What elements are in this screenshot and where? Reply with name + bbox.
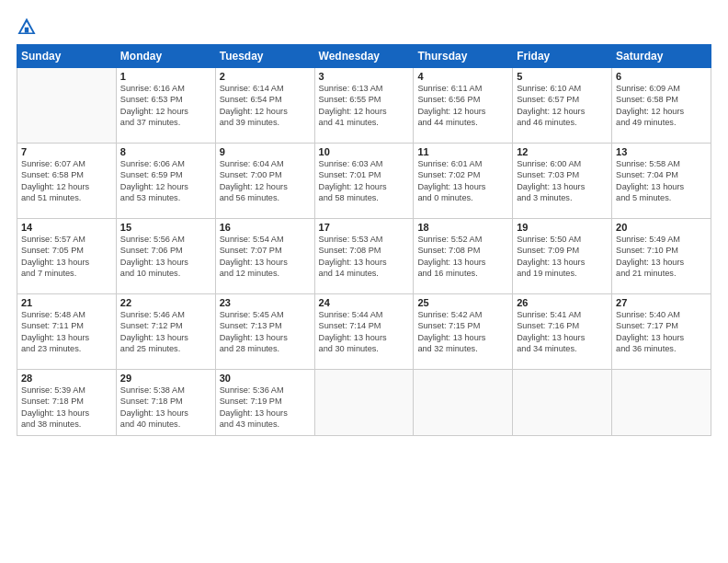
svg-rect-2 <box>25 28 28 33</box>
cell-content: Sunrise: 5:58 AM Sunset: 7:04 PM Dayligh… <box>616 158 707 204</box>
day-number: 18 <box>417 222 508 233</box>
calendar-cell: 2Sunrise: 6:14 AM Sunset: 6:54 PM Daylig… <box>215 68 314 144</box>
calendar-cell: 15Sunrise: 5:56 AM Sunset: 7:06 PM Dayli… <box>116 219 215 294</box>
day-number: 24 <box>319 297 410 308</box>
calendar-cell: 12Sunrise: 6:00 AM Sunset: 7:03 PM Dayli… <box>513 144 612 219</box>
calendar-cell: 14Sunrise: 5:57 AM Sunset: 7:05 PM Dayli… <box>17 219 117 294</box>
calendar-cell <box>612 370 711 436</box>
day-number: 4 <box>417 71 508 82</box>
calendar-day-header: Thursday <box>414 45 513 68</box>
cell-content: Sunrise: 5:38 AM Sunset: 7:18 PM Dayligh… <box>120 385 211 431</box>
calendar-cell: 28Sunrise: 5:39 AM Sunset: 7:18 PM Dayli… <box>17 370 117 436</box>
day-number: 23 <box>220 297 311 308</box>
calendar-day-header: Saturday <box>612 45 711 68</box>
cell-content: Sunrise: 5:46 AM Sunset: 7:12 PM Dayligh… <box>120 309 211 355</box>
day-number: 6 <box>616 71 707 82</box>
calendar-cell: 22Sunrise: 5:46 AM Sunset: 7:12 PM Dayli… <box>116 294 215 370</box>
calendar-cell <box>17 68 117 144</box>
calendar-cell <box>414 370 513 436</box>
day-number: 2 <box>220 71 311 82</box>
calendar-week-row: 1Sunrise: 6:16 AM Sunset: 6:53 PM Daylig… <box>17 68 711 144</box>
calendar-cell: 1Sunrise: 6:16 AM Sunset: 6:53 PM Daylig… <box>116 68 215 144</box>
calendar-cell: 16Sunrise: 5:54 AM Sunset: 7:07 PM Dayli… <box>215 219 314 294</box>
day-number: 28 <box>21 373 112 384</box>
calendar-cell: 5Sunrise: 6:10 AM Sunset: 6:57 PM Daylig… <box>513 68 612 144</box>
day-number: 10 <box>319 146 410 157</box>
cell-content: Sunrise: 6:03 AM Sunset: 7:01 PM Dayligh… <box>319 158 410 204</box>
logo <box>17 17 40 37</box>
calendar-cell: 26Sunrise: 5:41 AM Sunset: 7:16 PM Dayli… <box>513 294 612 370</box>
calendar-cell: 9Sunrise: 6:04 AM Sunset: 7:00 PM Daylig… <box>215 144 314 219</box>
day-number: 30 <box>220 373 311 384</box>
calendar-day-header: Monday <box>116 45 215 68</box>
calendar-week-row: 14Sunrise: 5:57 AM Sunset: 7:05 PM Dayli… <box>17 219 711 294</box>
calendar-cell: 30Sunrise: 5:36 AM Sunset: 7:19 PM Dayli… <box>215 370 314 436</box>
calendar-cell: 13Sunrise: 5:58 AM Sunset: 7:04 PM Dayli… <box>612 144 711 219</box>
cell-content: Sunrise: 6:10 AM Sunset: 6:57 PM Dayligh… <box>517 83 608 129</box>
day-number: 26 <box>517 297 608 308</box>
cell-content: Sunrise: 5:52 AM Sunset: 7:08 PM Dayligh… <box>417 234 508 280</box>
day-number: 25 <box>417 297 508 308</box>
calendar-week-row: 21Sunrise: 5:48 AM Sunset: 7:11 PM Dayli… <box>17 294 711 370</box>
cell-content: Sunrise: 5:45 AM Sunset: 7:13 PM Dayligh… <box>220 309 311 355</box>
day-number: 16 <box>220 222 311 233</box>
calendar-day-header: Sunday <box>17 45 117 68</box>
cell-content: Sunrise: 6:01 AM Sunset: 7:02 PM Dayligh… <box>417 158 508 204</box>
calendar-cell: 20Sunrise: 5:49 AM Sunset: 7:10 PM Dayli… <box>612 219 711 294</box>
calendar-cell: 25Sunrise: 5:42 AM Sunset: 7:15 PM Dayli… <box>414 294 513 370</box>
calendar-cell: 8Sunrise: 6:06 AM Sunset: 6:59 PM Daylig… <box>116 144 215 219</box>
calendar-cell: 21Sunrise: 5:48 AM Sunset: 7:11 PM Dayli… <box>17 294 117 370</box>
calendar-cell: 23Sunrise: 5:45 AM Sunset: 7:13 PM Dayli… <box>215 294 314 370</box>
cell-content: Sunrise: 5:54 AM Sunset: 7:07 PM Dayligh… <box>220 234 311 280</box>
calendar-day-header: Wednesday <box>314 45 414 68</box>
day-number: 21 <box>21 297 112 308</box>
cell-content: Sunrise: 6:11 AM Sunset: 6:56 PM Dayligh… <box>417 83 508 129</box>
day-number: 12 <box>517 146 608 157</box>
cell-content: Sunrise: 5:44 AM Sunset: 7:14 PM Dayligh… <box>319 309 410 355</box>
day-number: 19 <box>517 222 608 233</box>
calendar-cell: 4Sunrise: 6:11 AM Sunset: 6:56 PM Daylig… <box>414 68 513 144</box>
calendar-cell: 27Sunrise: 5:40 AM Sunset: 7:17 PM Dayli… <box>612 294 711 370</box>
page: SundayMondayTuesdayWednesdayThursdayFrid… <box>0 0 728 563</box>
calendar-cell: 11Sunrise: 6:01 AM Sunset: 7:02 PM Dayli… <box>414 144 513 219</box>
header <box>17 17 711 37</box>
day-number: 7 <box>21 146 112 157</box>
calendar-day-header: Tuesday <box>215 45 314 68</box>
day-number: 11 <box>417 146 508 157</box>
cell-content: Sunrise: 5:40 AM Sunset: 7:17 PM Dayligh… <box>616 309 707 355</box>
cell-content: Sunrise: 5:53 AM Sunset: 7:08 PM Dayligh… <box>319 234 410 280</box>
day-number: 22 <box>120 297 211 308</box>
calendar-week-row: 7Sunrise: 6:07 AM Sunset: 6:58 PM Daylig… <box>17 144 711 219</box>
day-number: 5 <box>517 71 608 82</box>
cell-content: Sunrise: 5:39 AM Sunset: 7:18 PM Dayligh… <box>21 385 112 431</box>
cell-content: Sunrise: 6:04 AM Sunset: 7:00 PM Dayligh… <box>220 158 311 204</box>
day-number: 15 <box>120 222 211 233</box>
cell-content: Sunrise: 6:06 AM Sunset: 6:59 PM Dayligh… <box>120 158 211 204</box>
cell-content: Sunrise: 5:50 AM Sunset: 7:09 PM Dayligh… <box>517 234 608 280</box>
day-number: 3 <box>319 71 410 82</box>
cell-content: Sunrise: 6:16 AM Sunset: 6:53 PM Dayligh… <box>120 83 211 129</box>
calendar-cell: 7Sunrise: 6:07 AM Sunset: 6:58 PM Daylig… <box>17 144 117 219</box>
calendar-cell: 6Sunrise: 6:09 AM Sunset: 6:58 PM Daylig… <box>612 68 711 144</box>
calendar-cell: 18Sunrise: 5:52 AM Sunset: 7:08 PM Dayli… <box>414 219 513 294</box>
cell-content: Sunrise: 5:41 AM Sunset: 7:16 PM Dayligh… <box>517 309 608 355</box>
cell-content: Sunrise: 6:13 AM Sunset: 6:55 PM Dayligh… <box>319 83 410 129</box>
calendar-week-row: 28Sunrise: 5:39 AM Sunset: 7:18 PM Dayli… <box>17 370 711 436</box>
calendar-cell: 24Sunrise: 5:44 AM Sunset: 7:14 PM Dayli… <box>314 294 414 370</box>
cell-content: Sunrise: 6:09 AM Sunset: 6:58 PM Dayligh… <box>616 83 707 129</box>
calendar-cell: 3Sunrise: 6:13 AM Sunset: 6:55 PM Daylig… <box>314 68 414 144</box>
cell-content: Sunrise: 5:49 AM Sunset: 7:10 PM Dayligh… <box>616 234 707 280</box>
calendar-header-row: SundayMondayTuesdayWednesdayThursdayFrid… <box>17 45 711 68</box>
cell-content: Sunrise: 6:14 AM Sunset: 6:54 PM Dayligh… <box>220 83 311 129</box>
day-number: 1 <box>120 71 211 82</box>
calendar-day-header: Friday <box>513 45 612 68</box>
calendar-cell: 29Sunrise: 5:38 AM Sunset: 7:18 PM Dayli… <box>116 370 215 436</box>
calendar-table: SundayMondayTuesdayWednesdayThursdayFrid… <box>17 44 711 436</box>
cell-content: Sunrise: 5:57 AM Sunset: 7:05 PM Dayligh… <box>21 234 112 280</box>
cell-content: Sunrise: 6:00 AM Sunset: 7:03 PM Dayligh… <box>517 158 608 204</box>
calendar-cell <box>314 370 414 436</box>
cell-content: Sunrise: 5:48 AM Sunset: 7:11 PM Dayligh… <box>21 309 112 355</box>
day-number: 8 <box>120 146 211 157</box>
day-number: 17 <box>319 222 410 233</box>
day-number: 13 <box>616 146 707 157</box>
